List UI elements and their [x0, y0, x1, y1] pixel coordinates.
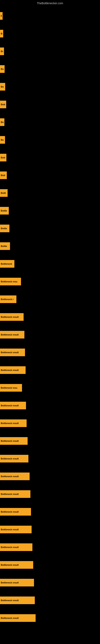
- bar-row: Bottleneck result: [0, 360, 100, 378]
- bar-row: Bottleneck result: [0, 608, 100, 626]
- bar-row: Bott: [0, 94, 100, 112]
- bar-item: Bottleneck: [0, 260, 14, 268]
- bar-label: Bottleneck result: [1, 528, 19, 531]
- bar-label: Bottleneck result: [1, 316, 19, 318]
- bar-row: Bottleneck result: [0, 325, 100, 342]
- bar-label: Bo: [1, 121, 3, 123]
- bar-item: Bottleneck result: [0, 526, 32, 533]
- bar-label: Bottleneck result: [1, 599, 19, 602]
- bar-item: Bottleneck result: [0, 544, 32, 551]
- bar-label: Bo: [1, 139, 4, 141]
- bar-item: Bottle: [0, 207, 9, 214]
- bar-item: Bottleneck result: [0, 420, 27, 427]
- bar-item: Bottleneck result: [0, 596, 35, 604]
- site-title: TheBottlenecker.com: [0, 0, 100, 6]
- bar-row: Bottleneck result: [0, 449, 100, 466]
- bar-item: Bottleneck result: [0, 508, 31, 516]
- bar-item: Bo: [0, 118, 4, 126]
- bar-item: Bottleneck result: [0, 402, 26, 409]
- bar-row: Bottleneck result: [0, 537, 100, 555]
- bar-row: Bottle: [0, 201, 100, 218]
- bar-label: Bottleneck resu: [1, 280, 17, 283]
- bar-item: Bottleneck result: [0, 437, 28, 445]
- bar-item: Bo: [0, 136, 5, 144]
- bar-row: Bo: [0, 77, 100, 94]
- bar-row: Bo: [0, 130, 100, 148]
- bar-item: Bottleneck result: [0, 455, 28, 462]
- bar-label: Bo: [1, 68, 4, 70]
- bar-label: Bottle: [1, 210, 7, 212]
- bar-item: Bottleneck result: [0, 579, 34, 586]
- bar-row: Bottleneck resu: [0, 378, 100, 396]
- bar-label: Bottleneck result: [1, 440, 19, 442]
- bar-label: Bo: [1, 86, 4, 88]
- bar-row: Bottleneck r: [0, 290, 100, 307]
- bar-label: Bottleneck result: [1, 617, 19, 619]
- bar-row: Bo: [0, 59, 100, 77]
- bar-label: Bottleneck result: [1, 404, 19, 407]
- bar-item: Bottleneck result: [0, 614, 36, 622]
- bar-row: Bottleneck result: [0, 413, 100, 431]
- bar-row: Bottl: [0, 183, 100, 201]
- bar-row: Bottleneck result: [0, 520, 100, 537]
- bar-label: Bottleneck result: [1, 564, 19, 566]
- bar-label: Bottleneck r: [1, 298, 14, 300]
- bar-label: Bottle: [1, 245, 7, 247]
- bar-item: B: [0, 12, 2, 20]
- bar-item: Bottleneck result: [0, 561, 33, 569]
- bar-label: Bo: [1, 50, 3, 52]
- bar-row: B: [0, 6, 100, 24]
- bar-row: Bott: [0, 166, 100, 183]
- bar-row: Bottleneck result: [0, 573, 100, 590]
- bar-row: Bottleneck: [0, 254, 100, 272]
- bar-item: Bottleneck resu: [0, 384, 22, 392]
- bar-label: Bott: [1, 174, 5, 176]
- bar-label: Bottleneck result: [1, 475, 19, 478]
- bar-item: Bottleneck result: [0, 313, 24, 321]
- bar-row: Bottle: [0, 218, 100, 236]
- bars-container: BBBoBoBoBottBoBoBottBottBottlBottleBottl…: [0, 6, 100, 626]
- bar-row: Bottle: [0, 236, 100, 254]
- bar-label: Bott: [1, 156, 5, 159]
- bar-row: Bottleneck result: [0, 431, 100, 449]
- bar-row: Bottleneck result: [0, 555, 100, 573]
- bar-row: Bottleneck result: [0, 484, 100, 502]
- bar-item: Bo: [0, 48, 4, 55]
- bar-row: B: [0, 24, 100, 42]
- bar-item: Bo: [0, 65, 4, 73]
- bar-row: Bo: [0, 112, 100, 130]
- bar-item: Bottleneck result: [0, 490, 30, 498]
- bar-label: Bottleneck: [1, 263, 12, 265]
- bar-label: Bottleneck resu: [1, 386, 17, 389]
- bar-row: Bottleneck result: [0, 342, 100, 360]
- bar-row: Bo: [0, 42, 100, 59]
- bar-label: Bottleneck result: [1, 334, 19, 336]
- bar-item: B: [0, 30, 3, 38]
- bar-item: Bottle: [0, 242, 10, 250]
- bar-row: Bottleneck resu: [0, 272, 100, 290]
- bar-item: Bottleneck result: [0, 366, 26, 374]
- bar-label: Bottleneck result: [1, 422, 19, 424]
- bar-item: Bott: [0, 100, 6, 108]
- bar-row: Bottleneck result: [0, 502, 100, 520]
- bar-item: Bottleneck r: [0, 296, 16, 303]
- bar-label: Bottleneck result: [1, 582, 19, 584]
- bar-item: Bott: [0, 172, 7, 179]
- bar-label: B: [1, 32, 2, 35]
- bar-item: Bottleneck resu: [0, 278, 21, 285]
- bar-item: Bottle: [0, 224, 9, 232]
- bar-row: Bott: [0, 148, 100, 166]
- bar-row: Bottleneck result: [0, 466, 100, 484]
- bar-item: Bottl: [0, 189, 8, 197]
- bar-item: Bott: [0, 154, 6, 162]
- bar-row: Bottleneck result: [0, 396, 100, 413]
- bar-item: Bottleneck result: [0, 348, 25, 356]
- bar-label: Bottleneck result: [1, 546, 19, 548]
- bar-label: Bottl: [1, 192, 6, 194]
- bar-label: B: [1, 15, 2, 17]
- bar-label: Bottleneck result: [1, 493, 19, 495]
- bar-label: Bottleneck result: [1, 369, 19, 371]
- bar-label: Bottleneck result: [1, 510, 19, 513]
- bar-item: Bottleneck result: [0, 472, 30, 480]
- bar-item: Bottleneck result: [0, 331, 24, 338]
